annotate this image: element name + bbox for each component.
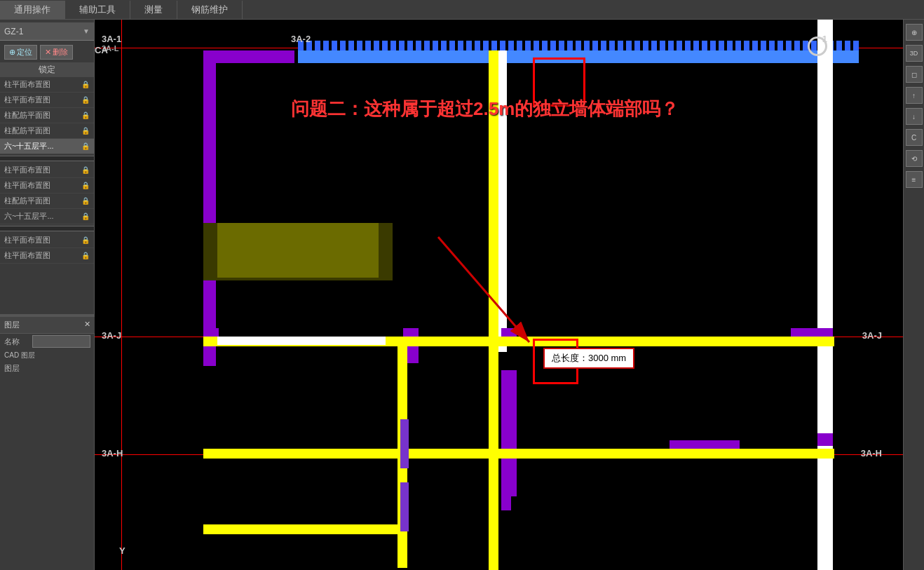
grid-label-3a1: 3A-1 [102,34,121,44]
lock-icon: 🔒 [81,166,90,174]
grid-line-vertical-left [121,20,122,570]
list-item[interactable]: 柱配筋平面图 🔒 [0,194,94,209]
list-item[interactable]: 柱配筋平面图 🔒 [0,108,94,123]
arrow-down-button[interactable]: ↓ [906,108,923,125]
lock-label: 锁定 [0,62,94,77]
cad-canvas[interactable]: 问题二：这种属于超过2.5m的独立墙体端部吗？ 总长度：3000 mm 3A-1… [95,20,903,570]
lock-icon: 🔒 [81,236,90,244]
list-item[interactable]: 柱配筋平面图 🔒 [0,123,94,139]
ca-label: CA [95,45,108,55]
annotation-arrow [417,223,557,363]
menu-item-measure[interactable]: 测量 [130,1,177,19]
dropdown-arrow-icon: ▼ [83,27,90,35]
list-item[interactable]: 柱平面布置图 🔒 [0,233,94,248]
settings-button[interactable]: ≡ [906,171,923,188]
delete-button[interactable]: ✕ 删除 [40,45,73,60]
grid-label-3aj-left: 3A-J [102,330,121,341]
grid-label-top-right: 1 [822,34,827,44]
list-item[interactable]: 柱平面布置图 🔒 [0,178,94,194]
grid-label-3ah-left: 3A-H [102,448,123,459]
name-row: 名称 [0,334,95,349]
list-item[interactable]: 柱平面布置图 🔒 [0,77,94,93]
rotate-button[interactable]: C [906,129,923,146]
top-menu-bar: 通用操作 辅助工具 测量 钢筋维护 [0,0,924,20]
cad-layer-row: CAD 图层 [0,349,95,362]
list-item[interactable]: 柱平面布置图 🔒 [0,163,94,178]
list-item[interactable]: 柱平面布置图 🔒 [0,248,94,264]
menu-item-general[interactable]: 通用操作 [0,1,65,19]
left-panel: GZ-1 ▼ ⊕ 定位 ✕ 删除 锁定 柱平面布置图 🔒 柱平面布置图 🔒 柱配… [0,20,95,570]
grid-label-3aj-right: 3A-J [862,330,882,341]
zoom-in-button[interactable]: ⊕ [906,24,923,41]
wall-top-stripes [298,41,859,50]
list-item-active[interactable]: 六~十五层平... 🔒 [0,139,94,154]
lock-icon: 🔒 [81,96,90,104]
yellow-row-bottom2 [203,524,400,534]
locate-icon: ⊕ [9,48,15,57]
component-dropdown[interactable]: GZ-1 ▼ [0,22,94,41]
layer-section-header: 图层 ✕ [0,315,95,334]
lock-icon: 🔒 [81,197,90,205]
purple-joint-4 [817,433,833,446]
purple-row-top [203,50,294,63]
view-box-button[interactable]: ◻ [906,66,923,83]
layer-row: 图层 [0,362,95,375]
list-item[interactable]: 柱平面布置图 🔒 [0,93,94,108]
purple-small-1 [501,405,511,447]
lock-icon: 🔒 [81,182,90,189]
right-toolbar: ⊕ 3D ◻ ↑ ↓ C ⟲ ≡ [903,20,924,570]
grid-label-3ah-right: 3A-H [861,448,882,459]
dropdown-label: GZ-1 [4,27,23,36]
olive-fill-area2 [217,223,379,278]
lock-icon: 🔒 [81,252,90,259]
lock-icon: 🔒 [81,81,90,88]
annotation-label: 问题二：这种属于超过2.5m的独立墙体端部吗？ [291,97,679,121]
list-item[interactable]: 六~十五层平... 🔒 [0,209,94,224]
undo-button[interactable]: ⟲ [906,150,923,167]
grid-label-3a2: 3A-2 [291,34,311,44]
purple-small-3 [400,419,409,468]
menu-item-tools[interactable]: 辅助工具 [65,1,130,19]
measurement-tooltip: 总长度：3000 mm [543,348,634,369]
yellow-row-bottom [203,449,834,459]
arrow-up-button[interactable]: ↑ [906,87,923,104]
lock-icon: 🔒 [81,142,90,150]
delete-icon: ✕ [45,48,51,57]
lock-icon: 🔒 [81,127,90,135]
white-bar-mid2 [217,339,273,344]
close-icon[interactable]: ✕ [84,320,90,330]
lock-icon: 🔒 [81,212,90,220]
purple-small-4 [400,482,409,531]
bottom-panel-section: 图层 ✕ 名称 CAD 图层 图层 [0,314,95,375]
column-white-right [817,20,833,570]
purple-col-left [203,50,216,366]
menu-item-rebar[interactable]: 钢筋维护 [177,1,243,19]
name-input[interactable] [32,335,90,348]
locate-button[interactable]: ⊕ 定位 [4,45,37,60]
3d-view-button[interactable]: 3D [906,45,923,62]
purple-small-2 [501,468,511,510]
action-buttons-row: ⊕ 定位 ✕ 删除 [0,43,94,61]
svg-line-1 [438,237,529,342]
grid-label-y: Y [119,545,125,556]
lock-icon: 🔒 [81,111,90,119]
